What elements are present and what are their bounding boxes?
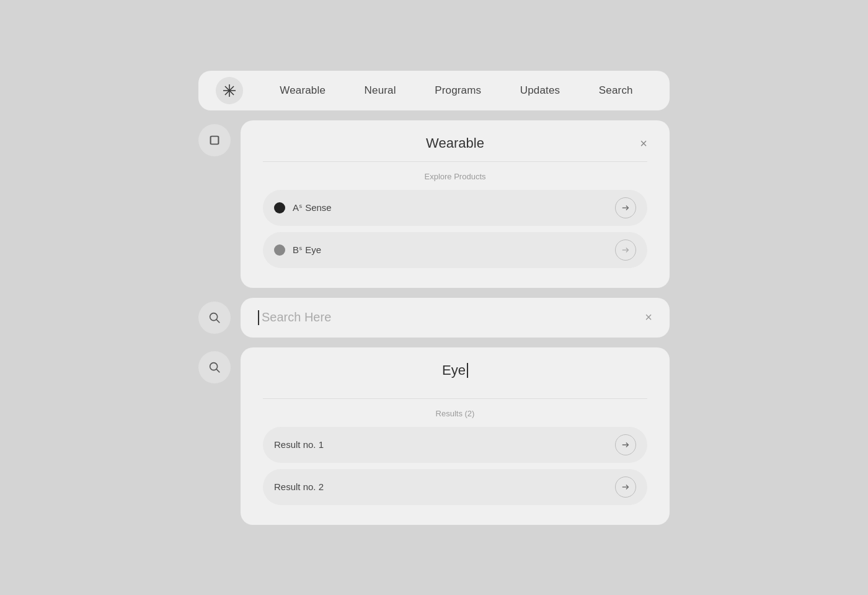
search-query-text: Eye bbox=[442, 362, 466, 378]
search-results-header: Eye bbox=[263, 362, 647, 388]
wearable-divider bbox=[263, 161, 647, 162]
search-placeholder-text: Search Here bbox=[262, 310, 645, 324]
main-container: Wearable Neural Programs Updates Search … bbox=[198, 71, 670, 525]
result-1-name: Result no. 1 bbox=[274, 439, 324, 450]
nav-item-updates[interactable]: Updates bbox=[510, 79, 570, 102]
wearable-icon-button[interactable] bbox=[198, 124, 231, 156]
result-list: Result no. 1 Result no. 2 bbox=[263, 427, 647, 505]
nav-item-wearable[interactable]: Wearable bbox=[270, 79, 335, 102]
svg-point-9 bbox=[210, 313, 218, 320]
wearable-close-button[interactable]: × bbox=[640, 137, 647, 150]
search-results-panel: Eye Results (2) Result no. 1 bbox=[241, 347, 670, 525]
navbar: Wearable Neural Programs Updates Search bbox=[198, 71, 670, 110]
wearable-panel-title: Wearable bbox=[426, 135, 484, 151]
search-results-icon-button[interactable] bbox=[198, 351, 231, 383]
product-a-sense-dot bbox=[274, 202, 285, 213]
product-list: Aˢ Sense Bˢ Eye bbox=[263, 190, 647, 268]
wearable-panel-header: Wearable × bbox=[263, 135, 647, 151]
svg-line-12 bbox=[216, 369, 219, 372]
product-b-eye-dot bbox=[274, 244, 285, 256]
search-empty-icon-button[interactable] bbox=[198, 302, 231, 334]
nav-item-programs[interactable]: Programs bbox=[425, 79, 491, 102]
product-item-a-sense[interactable]: Aˢ Sense bbox=[263, 190, 647, 226]
svg-rect-4 bbox=[211, 136, 219, 144]
result-item-1[interactable]: Result no. 1 bbox=[263, 427, 647, 463]
result-1-arrow-icon bbox=[621, 441, 630, 449]
results-divider bbox=[263, 398, 647, 399]
arrow-right-icon bbox=[621, 204, 630, 212]
search-results-row: Eye Results (2) Result no. 1 bbox=[198, 347, 670, 525]
search-bar-area: Search Here × bbox=[241, 298, 670, 338]
result-item-2[interactable]: Result no. 2 bbox=[263, 469, 647, 505]
search-query-display: Eye bbox=[442, 362, 468, 378]
navbar-logo[interactable] bbox=[216, 77, 243, 104]
search-empty-panel[interactable]: Search Here × bbox=[241, 298, 670, 338]
asterisk-icon bbox=[222, 83, 237, 98]
nav-item-neural[interactable]: Neural bbox=[355, 79, 406, 102]
search-cursor bbox=[258, 310, 259, 325]
nav-items: Wearable Neural Programs Updates Search bbox=[260, 79, 652, 102]
product-b-eye-left: Bˢ Eye bbox=[274, 244, 321, 256]
product-item-b-eye[interactable]: Bˢ Eye bbox=[263, 232, 647, 268]
results-label: Results (2) bbox=[263, 409, 647, 418]
navbar-row: Wearable Neural Programs Updates Search bbox=[198, 71, 670, 110]
product-a-sense-left: Aˢ Sense bbox=[274, 202, 332, 213]
wearable-panel: Wearable × Explore Products Aˢ Sense bbox=[241, 120, 670, 288]
result-2-arrow[interactable] bbox=[615, 476, 636, 498]
result-1-arrow[interactable] bbox=[615, 434, 636, 455]
product-b-eye-arrow[interactable] bbox=[615, 239, 636, 261]
wearable-row: Wearable × Explore Products Aˢ Sense bbox=[198, 120, 670, 288]
result-2-name: Result no. 2 bbox=[274, 481, 324, 492]
search-icon-1 bbox=[208, 311, 221, 324]
nav-item-search[interactable]: Search bbox=[589, 79, 643, 102]
product-a-sense-arrow[interactable] bbox=[615, 197, 636, 218]
square-bracket-icon bbox=[208, 133, 221, 147]
search-empty-row: Search Here × bbox=[198, 298, 670, 338]
svg-line-10 bbox=[216, 320, 219, 323]
text-cursor bbox=[467, 363, 468, 378]
arrow-right-icon-2 bbox=[621, 246, 630, 254]
svg-point-11 bbox=[210, 362, 218, 370]
result-2-arrow-icon bbox=[621, 483, 630, 491]
product-a-sense-name: Aˢ Sense bbox=[293, 202, 332, 213]
wearable-section-label: Explore Products bbox=[263, 172, 647, 181]
product-b-eye-name: Bˢ Eye bbox=[293, 244, 321, 256]
search-empty-close-button[interactable]: × bbox=[645, 310, 652, 324]
search-icon-2 bbox=[208, 360, 221, 374]
